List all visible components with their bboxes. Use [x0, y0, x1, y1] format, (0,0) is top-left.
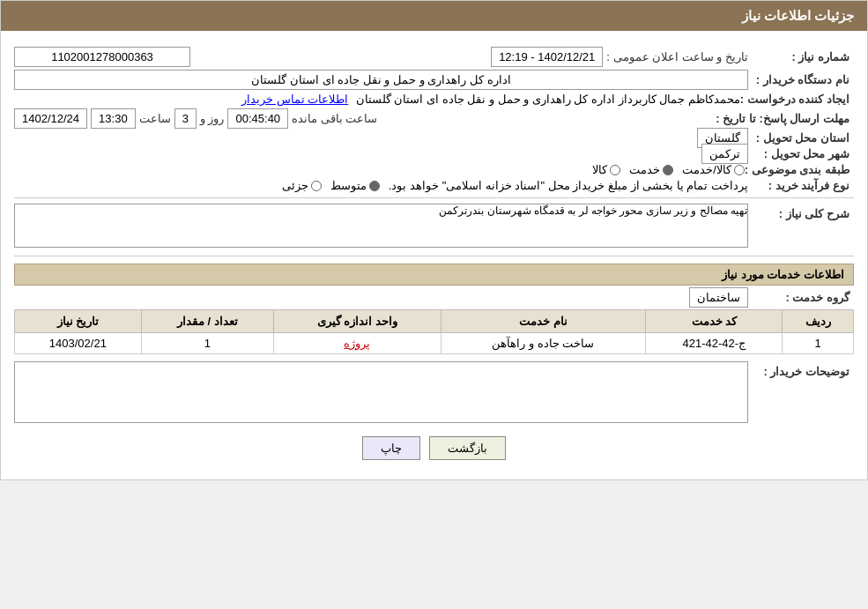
radio-motavasset [369, 181, 380, 191]
td-unit: پروژه [274, 333, 441, 354]
radio-label-kala: کالا [592, 163, 607, 176]
buyer-desc-row: توضیحات خریدار : [14, 361, 854, 426]
service-group-label: گروه خدمت : [748, 291, 854, 304]
city-value-area: ترکمن [14, 147, 748, 160]
category-option-kala: کالا [592, 163, 620, 176]
unit-link[interactable]: پروژه [344, 337, 370, 350]
services-table: ردیف کد خدمت نام خدمت واحد اندازه گیری ت… [14, 309, 854, 354]
radio-jozii [311, 181, 322, 191]
services-table-header-row: ردیف کد خدمت نام خدمت واحد اندازه گیری ت… [15, 310, 854, 333]
days-label: روز و [200, 112, 225, 125]
td-service-name: ساخت جاده و راهآهن [441, 333, 646, 354]
td-need-date: 1403/02/21 [15, 333, 142, 354]
announce-label: تاریخ و ساعت اعلان عمومی : [606, 50, 748, 63]
need-number-date-row: تاریخ و ساعت اعلان عمومی : 1402/12/21 - … [14, 47, 748, 67]
category-value-area: کالا/خدمت خدمت کالا [14, 163, 745, 176]
radio-label-khedmat: خدمت [629, 163, 660, 176]
remaining-time: 00:45:40 [227, 108, 288, 129]
creator-label: ایجاد کننده درخواست : [740, 93, 854, 106]
need-desc-label: شرح کلی نیاز : [748, 204, 854, 220]
city-value: ترکمن [701, 144, 748, 164]
remaining-label: ساعت باقی مانده [292, 112, 377, 125]
creator-value: محمدکاظم جمال کاربرداز اداره کل راهداری … [356, 93, 740, 106]
deadline-date: 1402/12/24 [14, 108, 87, 129]
th-row-num: ردیف [783, 310, 854, 333]
category-label: طبقه بندی موضوعی : [745, 163, 854, 176]
need-desc-value-area [14, 204, 748, 250]
province-row: استان محل تحویل : گلستان [14, 131, 854, 145]
back-button[interactable]: بازگشت [429, 436, 506, 460]
th-need-date: تاریخ نیاز [15, 310, 142, 333]
service-group-value: ساختمان [689, 287, 748, 308]
process-option-jozii: جزئی [282, 179, 322, 192]
city-row: شهر محل تحویل : ترکمن [14, 147, 854, 160]
category-option-khedmat: خدمت [629, 163, 673, 176]
service-group-value-area: ساختمان [14, 291, 748, 304]
radio-label-jozii: جزئی [282, 179, 308, 192]
services-section-title: اطلاعات خدمات مورد نیاز [14, 264, 854, 286]
td-quantity: 1 [141, 333, 273, 354]
announce-datetime-value: 1402/12/21 - 12:19 [491, 47, 603, 67]
process-text: پرداخت تمام یا بخشی از مبلغ خریداز محل "… [389, 179, 748, 192]
deadline-label: مهلت ارسال پاسخ: تا تاریخ : [716, 112, 854, 125]
table-row: 1ج-42-42-421ساخت جاده و راهآهنپروژه11403… [15, 333, 854, 354]
service-group-row: گروه خدمت : ساختمان [14, 291, 854, 304]
th-service-code: کد خدمت [646, 310, 783, 333]
page-title: جزئیات اطلاعات نیاز [742, 8, 854, 23]
need-desc-row: شرح کلی نیاز : [14, 204, 854, 250]
category-option-kala-khedmat: کالا/خدمت [682, 163, 745, 176]
radio-label-kala-khedmat: کالا/خدمت [682, 163, 731, 176]
print-button[interactable]: چاپ [362, 436, 420, 460]
time-label: ساعت [139, 112, 171, 125]
td-row-num: 1 [783, 333, 854, 354]
org-name-row: نام دستگاه خریدار : اداره کل راهداری و ح… [14, 70, 854, 90]
page-container: جزئیات اطلاعات نیاز شماره نیاز : تاریخ و… [0, 0, 868, 480]
city-label: شهر محل تحویل : [748, 147, 854, 160]
th-service-name: نام خدمت [441, 310, 646, 333]
radio-label-motavasset: متوسط [330, 179, 367, 192]
province-value-area: گلستان [14, 131, 748, 145]
button-row: بازگشت چاپ [14, 436, 854, 460]
buyer-desc-value-area [14, 361, 748, 426]
need-number-box: 1102001278000363 [14, 47, 190, 67]
creator-value-area: محمدکاظم جمال کاربرداز اداره کل راهداری … [14, 93, 740, 106]
org-name-value: اداره کل راهداری و حمل و نقل جاده ای است… [14, 70, 748, 90]
radio-khedmat [663, 165, 673, 175]
category-row: طبقه بندی موضوعی : کالا/خدمت خدمت کالا [14, 163, 854, 176]
deadline-row: مهلت ارسال پاسخ: تا تاریخ : ساعت باقی ما… [14, 108, 854, 129]
days-value: 3 [174, 108, 197, 129]
creator-row: ایجاد کننده درخواست : محمدکاظم جمال کارب… [14, 93, 854, 106]
divider-1 [14, 197, 854, 198]
need-number-row: شماره نیاز : تاریخ و ساعت اعلان عمومی : … [14, 47, 854, 67]
td-service-code: ج-42-42-421 [646, 333, 783, 354]
need-number-label: شماره نیاز : [748, 50, 854, 63]
buyer-desc-label: توضیحات خریدار : [748, 361, 854, 378]
divider-2 [14, 256, 854, 256]
process-option-motavasset: متوسط [330, 179, 380, 192]
province-label: استان محل تحویل : [748, 131, 854, 145]
process-row: نوع فرآیند خرید : پرداخت تمام یا بخشی از… [14, 179, 854, 192]
page-header: جزئیات اطلاعات نیاز [1, 1, 867, 31]
org-name-label: نام دستگاه خریدار : [748, 73, 854, 86]
radio-kala [610, 165, 620, 175]
org-name-value-area: اداره کل راهداری و حمل و نقل جاده ای است… [14, 70, 748, 90]
deadline-time: 13:30 [91, 108, 136, 129]
radio-kala-khedmat [734, 165, 745, 175]
services-table-body: 1ج-42-42-421ساخت جاده و راهآهنپروژه11403… [15, 333, 854, 354]
th-quantity: تعداد / مقدار [141, 310, 273, 333]
process-label: نوع فرآیند خرید : [748, 179, 854, 192]
need-desc-textarea [14, 204, 748, 248]
deadline-value-area: ساعت باقی مانده 00:45:40 روز و 3 ساعت 13… [14, 108, 716, 129]
deadline-date-row: ساعت باقی مانده 00:45:40 روز و 3 ساعت 13… [14, 108, 716, 129]
category-radio-group: کالا/خدمت خدمت کالا [14, 163, 745, 176]
process-type-group: پرداخت تمام یا بخشی از مبلغ خریداز محل "… [14, 179, 748, 192]
need-number-value-area: تاریخ و ساعت اعلان عمومی : 1402/12/21 - … [14, 47, 748, 67]
process-value-area: پرداخت تمام یا بخشی از مبلغ خریداز محل "… [14, 179, 748, 192]
buyer-desc-textarea[interactable] [14, 361, 748, 423]
creator-link[interactable]: اطلاعات تماس خریدار [241, 93, 348, 106]
content-area: شماره نیاز : تاریخ و ساعت اعلان عمومی : … [1, 31, 867, 479]
th-unit: واحد اندازه گیری [274, 310, 441, 333]
